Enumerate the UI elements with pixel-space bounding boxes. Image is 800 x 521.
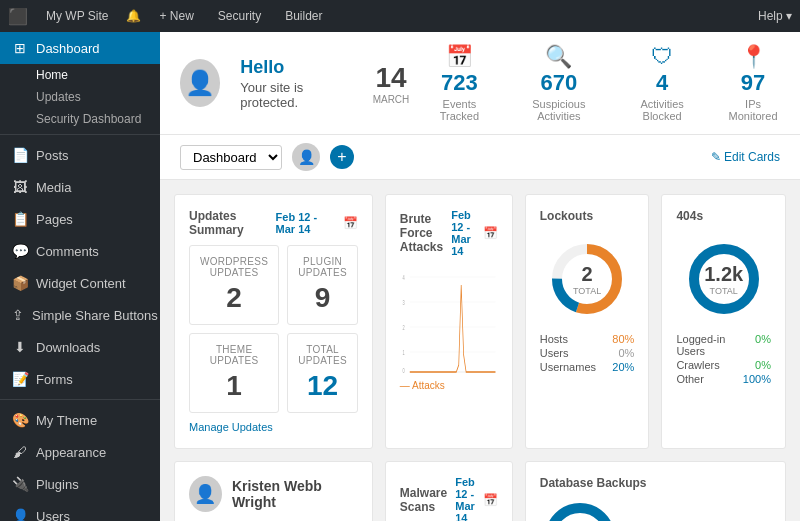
user-card: 👤 Kristen Webb Wright ROLE Administrator…	[174, 461, 373, 521]
sidebar-sub-updates[interactable]: Updates	[0, 86, 160, 108]
widget-icon: 📦	[12, 275, 28, 291]
sidebar-item-appearance[interactable]: 🖌 Appearance	[0, 436, 160, 468]
user-card-avatar: 👤	[189, 476, 222, 512]
404-total-label: TOTAL	[704, 286, 743, 296]
theme-updates-box: THEME UPDATES 1	[189, 333, 279, 413]
db-card-inner: 1 BACKUPS	[540, 498, 771, 521]
malware-calendar-icon: 📅	[483, 493, 498, 507]
manage-updates-link[interactable]: Manage Updates	[189, 421, 273, 433]
svg-text:0: 0	[402, 365, 404, 374]
db-card-title: Database Backups	[540, 476, 771, 490]
user-card-name: Kristen Webb Wright	[232, 478, 358, 510]
404-stat-logged: Logged-in Users 0%	[676, 333, 771, 357]
suspicious-icon: 🔍	[520, 44, 599, 70]
sidebar-media-label: Media	[36, 180, 71, 195]
updates-grid: WORDPRESSUPDATES 2 PLUGIN UPDATES 9 THEM…	[189, 245, 358, 413]
sidebar-item-share[interactable]: ⇪ Simple Share Buttons	[0, 299, 160, 331]
sidebar-item-media[interactable]: 🖼 Media	[0, 171, 160, 203]
welcome-stats: 📅 723 Events Tracked 🔍 670 Suspicious Ac…	[429, 44, 780, 122]
404-donut: 1.2k TOTAL Logged-in Users 0% Crawlers 0…	[676, 231, 771, 387]
sidebar-widget-label: Widget Content	[36, 276, 126, 291]
updates-summary-card: Updates Summary Feb 12 - Mar 14 📅 WORDPR…	[174, 194, 373, 449]
plugin-updates-label: PLUGIN UPDATES	[298, 256, 347, 278]
lockout-stat-hosts: Hosts 80%	[540, 333, 635, 345]
sidebar-item-downloads[interactable]: ⬇ Downloads	[0, 331, 160, 363]
blocked-label: Activities Blocked	[628, 98, 696, 122]
sidebar-item-users[interactable]: 👤 Users	[0, 500, 160, 521]
welcome-bar: 👤 Hello Your site is protected. 14 MARCH…	[160, 32, 800, 135]
brute-date-range: Feb 12 - Mar 14	[451, 209, 475, 257]
stat-suspicious: 🔍 670 Suspicious Activities	[520, 44, 599, 122]
sidebar-item-theme[interactable]: 🎨 My Theme	[0, 404, 160, 436]
sidebar-item-dashboard[interactable]: ⊞ Dashboard	[0, 32, 160, 64]
sidebar-comments-label: Comments	[36, 244, 99, 259]
stat-events: 📅 723 Events Tracked	[429, 44, 489, 122]
sidebar-item-comments[interactable]: 💬 Comments	[0, 235, 160, 267]
sidebar-users-label: Users	[36, 509, 70, 522]
add-card-button[interactable]: +	[330, 145, 354, 169]
forms-icon: 📝	[12, 371, 28, 387]
brute-card-title: Brute Force Attacks Feb 12 - Mar 14 📅	[400, 209, 498, 257]
builder-menu[interactable]: Builder	[279, 9, 328, 23]
new-button[interactable]: + New	[153, 9, 199, 23]
sidebar-plugins-label: Plugins	[36, 477, 79, 492]
subtitle-text: Your site is protected.	[240, 80, 344, 110]
posts-icon: 📄	[12, 147, 28, 163]
sidebar-item-forms[interactable]: 📝 Forms	[0, 363, 160, 395]
db-donut-wrap: 1 BACKUPS	[540, 498, 620, 521]
edit-cards-button[interactable]: ✎ Edit Cards	[711, 150, 780, 164]
updates-date-range: Feb 12 - Mar 14	[276, 211, 335, 235]
404-donut-wrap: 1.2k TOTAL	[684, 239, 764, 319]
main-content: 👤 Hello Your site is protected. 14 MARCH…	[160, 32, 800, 521]
site-name[interactable]: My WP Site	[40, 9, 114, 23]
wp-updates-label: WORDPRESSUPDATES	[200, 256, 268, 278]
comments-icon: 💬	[12, 243, 28, 259]
user-avatar: 👤	[180, 59, 220, 107]
lockout-stat-usernames: Usernames 20%	[540, 361, 635, 373]
plugins-icon: 🔌	[12, 476, 28, 492]
dashboard-selector[interactable]: Dashboard	[180, 145, 282, 170]
sidebar-item-plugins[interactable]: 🔌 Plugins	[0, 468, 160, 500]
user-card-header: 👤 Kristen Webb Wright	[189, 476, 358, 521]
sidebar-posts-label: Posts	[36, 148, 69, 163]
lockout-stat-users: Users 0%	[540, 347, 635, 359]
appearance-icon: 🖌	[12, 444, 28, 460]
events-number: 723	[429, 70, 489, 96]
total-updates-label: TOTAL UPDATES	[298, 344, 347, 366]
svg-text:3: 3	[402, 297, 404, 306]
lockouts-card: Lockouts 2 TOTAL	[525, 194, 650, 449]
sidebar-dashboard-label: Dashboard	[36, 41, 100, 56]
lockouts-total-label: TOTAL	[573, 286, 601, 296]
security-menu[interactable]: Security	[212, 9, 267, 23]
ips-number: 97	[726, 70, 780, 96]
sidebar-downloads-label: Downloads	[36, 340, 100, 355]
notification-icon: 🔔	[126, 9, 141, 23]
database-backups-card: Database Backups 1 BACKUPS	[525, 461, 786, 521]
media-icon: 🖼	[12, 179, 28, 195]
help-button[interactable]: Help ▾	[758, 9, 792, 23]
welcome-text: Hello Your site is protected.	[240, 57, 344, 110]
wordpress-updates-box: WORDPRESSUPDATES 2	[189, 245, 279, 325]
lockouts-donut-center: 2 TOTAL	[573, 263, 601, 296]
404-total-num: 1.2k	[704, 263, 743, 286]
404-donut-center: 1.2k TOTAL	[704, 263, 743, 296]
stat-blocked: 🛡 4 Activities Blocked	[628, 44, 696, 122]
lockouts-donut: 2 TOTAL Hosts 80% Users 0%	[540, 231, 635, 375]
sidebar-sub-home[interactable]: Home	[0, 64, 160, 86]
lockouts-donut-wrap: 2 TOTAL	[547, 239, 627, 319]
downloads-icon: ⬇	[12, 339, 28, 355]
svg-text:1: 1	[402, 347, 404, 356]
stat-ips: 📍 97 IPs Monitored	[726, 44, 780, 122]
card-404: 404s 1.2k TOTAL	[661, 194, 786, 449]
share-icon: ⇪	[12, 307, 24, 323]
brute-force-card: Brute Force Attacks Feb 12 - Mar 14 📅 4 …	[385, 194, 513, 449]
sidebar-item-posts[interactable]: 📄 Posts	[0, 139, 160, 171]
sidebar-sub-security[interactable]: Security Dashboard	[0, 108, 160, 130]
malware-card: Malware Scans Feb 12 - Mar 14 📅 TIME STA…	[385, 461, 513, 521]
sidebar-item-pages[interactable]: 📋 Pages	[0, 203, 160, 235]
suspicious-number: 670	[520, 70, 599, 96]
sidebar-item-widget[interactable]: 📦 Widget Content	[0, 267, 160, 299]
blocked-icon: 🛡	[628, 44, 696, 70]
users-icon: 👤	[12, 508, 28, 521]
plugin-updates-num: 9	[298, 282, 347, 314]
